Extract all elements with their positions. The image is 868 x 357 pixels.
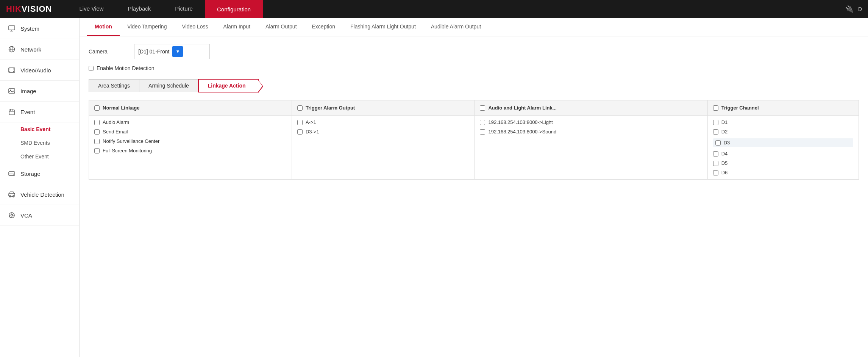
camera-select[interactable]: [D1] 01-Front ▼ [134, 44, 210, 59]
col-checkbox-normal-linkage[interactable] [94, 105, 100, 111]
checkbox-d5[interactable] [713, 161, 718, 166]
tab-audible-alarm[interactable]: Audible Alarm Output [423, 18, 489, 36]
check-d2: D2 [713, 129, 853, 135]
user-icon[interactable]: D [858, 6, 862, 12]
col-checkbox-trigger-channel[interactable] [713, 105, 718, 111]
sub-tab-linkage-action-label: Linkage Action [208, 83, 246, 89]
enable-motion-row: Enable Motion Detection [89, 65, 859, 71]
sidebar-item-storage[interactable]: Storage [0, 163, 79, 184]
sidebar-system-label: System [20, 25, 39, 32]
tab-motion[interactable]: Motion [87, 18, 120, 36]
label-d2: D2 [721, 129, 728, 135]
enable-motion-checkbox[interactable] [89, 66, 94, 71]
svg-rect-11 [9, 89, 15, 93]
checkbox-audio-alarm[interactable] [94, 120, 100, 125]
label-light1: 192.168.254.103:8000->Light [488, 119, 553, 125]
enable-motion-label: Enable Motion Detection [97, 65, 155, 71]
check-d5: D5 [713, 160, 853, 166]
tab-flashing-alarm[interactable]: Flashing Alarm Light Output [343, 18, 423, 36]
main-layout: System Network Video/Audio Image Event [0, 18, 868, 357]
vca-icon [8, 211, 16, 219]
plug-icon[interactable]: 🔌 [845, 5, 854, 13]
sub-tab-linkage-action[interactable]: Linkage Action [198, 79, 259, 92]
svg-point-9 [13, 69, 14, 69]
check-audio-alarm: Audio Alarm [94, 119, 286, 125]
label-d1: D1 [721, 119, 728, 125]
sub-tab-area-settings-label: Area Settings [98, 83, 130, 89]
sub-tabs: Area Settings Arming Schedule Linkage Ac… [89, 79, 859, 92]
sub-tab-arming-schedule[interactable]: Arming Schedule [139, 79, 198, 92]
sidebar-item-network[interactable]: Network [0, 39, 79, 60]
logo-text: HIKVISION [6, 4, 52, 14]
audio-light-items: 192.168.254.103:8000->Light 192.168.254.… [480, 119, 702, 135]
check-sound1: 192.168.254.103:8000->Sound [480, 129, 702, 135]
checkbox-d3[interactable] [715, 140, 721, 146]
checkbox-notify-surveillance[interactable] [94, 139, 100, 144]
tab-alarm-input[interactable]: Alarm Input [215, 18, 258, 36]
check-d3: D3 [713, 138, 853, 147]
sidebar-item-system[interactable]: System [0, 18, 79, 39]
sidebar-item-image[interactable]: Image [0, 81, 79, 102]
col-header-audio-light-label: Audio and Light Alarm Link... [488, 105, 556, 111]
sidebar-vehicle-label: Vehicle Detection [20, 191, 64, 198]
svg-rect-6 [9, 68, 15, 72]
checkbox-a1[interactable] [297, 120, 303, 125]
cell-audio-light: 192.168.254.103:8000->Light 192.168.254.… [475, 116, 707, 180]
sidebar-network-label: Network [20, 46, 41, 53]
check-a1: A->1 [297, 119, 469, 125]
checkbox-d1[interactable] [713, 120, 718, 125]
table-row-main: Audio Alarm Send Email Notify Surveillan… [89, 116, 859, 180]
checkbox-full-screen[interactable] [94, 148, 100, 153]
checkbox-d6[interactable] [713, 170, 718, 175]
nav-playback[interactable]: Playback [116, 0, 163, 18]
checkbox-send-email[interactable] [94, 129, 100, 135]
svg-point-8 [9, 71, 10, 72]
monitor-icon [8, 24, 16, 33]
sidebar-sub-basic-event[interactable]: Basic Event [0, 122, 79, 136]
logo: HIKVISION [6, 4, 52, 14]
sidebar-sub-smd-events[interactable]: SMD Events [0, 136, 79, 150]
nav-picture[interactable]: Picture [163, 0, 205, 18]
check-full-screen: Full Screen Monitoring [94, 148, 286, 153]
checkbox-d31[interactable] [297, 129, 303, 135]
checkbox-d2[interactable] [713, 129, 718, 135]
checkbox-light1[interactable] [480, 120, 485, 125]
nav-configuration[interactable]: Configuration [205, 0, 263, 18]
svg-point-24 [11, 215, 13, 216]
label-d6: D6 [721, 170, 728, 175]
tab-alarm-output[interactable]: Alarm Output [258, 18, 304, 36]
label-d4: D4 [721, 151, 728, 157]
nav-icons: 🔌 D [845, 5, 862, 13]
sidebar-item-vehicle-detection[interactable]: Vehicle Detection [0, 184, 79, 205]
image-icon [8, 87, 16, 95]
car-icon [8, 190, 16, 199]
checkbox-sound1[interactable] [480, 129, 485, 135]
linkage-table: Normal Linkage Trigger Alarm Output [89, 100, 859, 180]
sidebar-item-event[interactable]: Event [0, 102, 79, 122]
col-checkbox-audio-light[interactable] [480, 105, 485, 111]
checkbox-d4[interactable] [713, 151, 718, 157]
col-checkbox-trigger-alarm[interactable] [297, 105, 303, 111]
label-audio-alarm: Audio Alarm [103, 119, 129, 125]
sidebar-item-vca[interactable]: VCA [0, 205, 79, 226]
nav-items: Live View Playback Picture Configuration [67, 0, 845, 18]
sidebar-vca-label: VCA [20, 212, 32, 219]
sidebar-image-label: Image [20, 88, 36, 94]
col-header-audio-light: Audio and Light Alarm Link... [475, 100, 707, 116]
trigger-channel-items: D1 D2 D3 [713, 119, 853, 175]
tab-exception[interactable]: Exception [304, 18, 343, 36]
tab-video-tampering[interactable]: Video Tampering [120, 18, 175, 36]
cell-normal-linkage: Audio Alarm Send Email Notify Surveillan… [89, 116, 292, 180]
sidebar-item-video-audio[interactable]: Video/Audio [0, 60, 79, 81]
check-send-email: Send Email [94, 129, 286, 135]
sidebar-storage-label: Storage [20, 171, 41, 177]
nav-live-view[interactable]: Live View [67, 0, 116, 18]
svg-rect-17 [9, 172, 15, 175]
col-header-trigger-channel: Trigger Channel [707, 100, 859, 116]
sidebar-sub-other-event[interactable]: Other Event [0, 150, 79, 163]
check-d6: D6 [713, 170, 853, 175]
sub-tab-area-settings[interactable]: Area Settings [89, 79, 139, 92]
col-header-normal-linkage-label: Normal Linkage [103, 105, 140, 111]
tab-video-loss[interactable]: Video Loss [174, 18, 215, 36]
camera-row: Camera [D1] 01-Front ▼ [89, 44, 859, 59]
